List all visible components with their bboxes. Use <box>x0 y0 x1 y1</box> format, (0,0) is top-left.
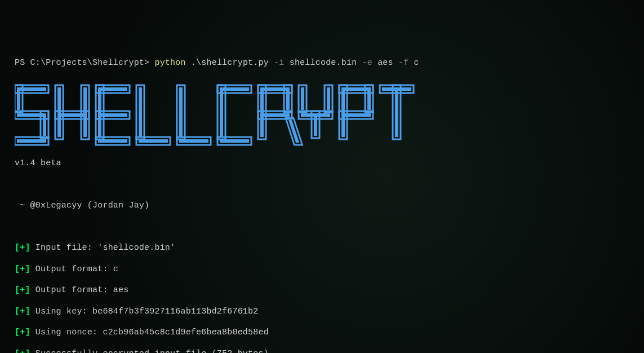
plus-marker-icon: [+] <box>15 264 30 274</box>
value-format: c <box>414 58 419 68</box>
info-line-key: [+] Using key: be684f7b3f3927116ab113bd2… <box>15 307 629 317</box>
info-line-success: [+] Successfully encrypted input file (7… <box>15 349 629 353</box>
plus-marker-icon: [+] <box>15 307 30 316</box>
info-line-cipher: [+] Output format: aes <box>15 285 629 296</box>
plus-marker-icon: [+] <box>15 243 30 253</box>
shellcrypt-logo <box>15 84 420 146</box>
command-line[interactable]: PS C:\Projects\Shellcrypt> python .\shel… <box>15 58 629 69</box>
ps-prompt: PS C:\Projects\Shellcrypt> <box>15 58 154 68</box>
python-interpreter: python <box>154 58 185 68</box>
script-path: .\shellcrypt.py <box>191 58 269 68</box>
plus-marker-icon: [+] <box>15 285 30 295</box>
info-line-format: [+] Output format: c <box>15 264 629 275</box>
info-line-input: [+] Input file: 'shellcode.bin' <box>15 243 629 254</box>
plus-marker-icon: [+] <box>15 328 30 337</box>
info-line-nonce: [+] Using nonce: c2cb96ab45c8c1d9efe6bea… <box>15 328 629 338</box>
value-encrypt: aes <box>377 58 393 68</box>
flag-format: -f <box>398 58 408 68</box>
value-input: shellcode.bin <box>290 58 357 68</box>
flag-encrypt: -e <box>362 58 372 68</box>
flag-input: -i <box>274 58 284 68</box>
version-text: v1.4 beta <box>15 158 629 169</box>
author-text: ~ @0xLegacyy (Jordan Jay) <box>15 201 629 211</box>
plus-marker-icon: [+] <box>15 349 30 353</box>
